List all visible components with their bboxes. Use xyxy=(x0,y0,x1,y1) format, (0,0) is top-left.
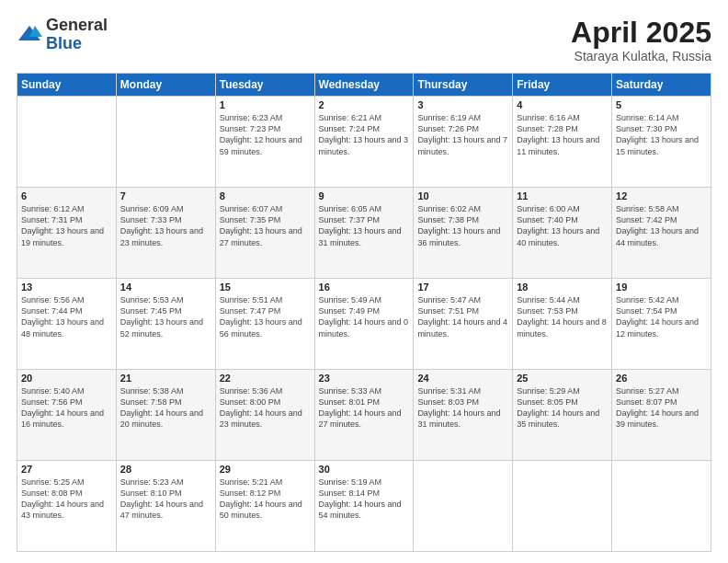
header-tuesday: Tuesday xyxy=(215,74,314,97)
week-row-3: 13Sunrise: 5:56 AM Sunset: 7:44 PM Dayli… xyxy=(17,279,711,370)
day-info: Sunrise: 5:56 AM Sunset: 7:44 PM Dayligh… xyxy=(21,294,112,339)
day-number: 18 xyxy=(517,282,608,293)
day-number: 14 xyxy=(120,282,211,293)
day-info: Sunrise: 5:42 AM Sunset: 7:54 PM Dayligh… xyxy=(616,294,707,339)
day-cell xyxy=(612,461,711,552)
day-info: Sunrise: 5:25 AM Sunset: 8:08 PM Dayligh… xyxy=(21,477,112,522)
calendar-header-row: SundayMondayTuesdayWednesdayThursdayFrid… xyxy=(17,74,711,97)
day-info: Sunrise: 5:27 AM Sunset: 8:07 PM Dayligh… xyxy=(616,385,707,431)
header-monday: Monday xyxy=(116,74,215,97)
day-cell: 8Sunrise: 6:07 AM Sunset: 7:35 PM Daylig… xyxy=(215,188,314,279)
day-info: Sunrise: 5:38 AM Sunset: 7:58 PM Dayligh… xyxy=(120,385,211,431)
day-cell xyxy=(116,97,215,188)
day-cell xyxy=(17,97,117,188)
day-cell: 2Sunrise: 6:21 AM Sunset: 7:24 PM Daylig… xyxy=(314,97,414,188)
day-cell: 6Sunrise: 6:12 AM Sunset: 7:31 PM Daylig… xyxy=(17,188,117,279)
title-block: April 2025 Staraya Kulatka, Russia xyxy=(571,17,711,63)
day-number: 15 xyxy=(220,282,311,293)
day-info: Sunrise: 6:19 AM Sunset: 7:26 PM Dayligh… xyxy=(417,112,508,157)
day-info: Sunrise: 5:58 AM Sunset: 7:42 PM Dayligh… xyxy=(616,203,707,248)
day-info: Sunrise: 5:49 AM Sunset: 7:49 PM Dayligh… xyxy=(319,294,410,339)
day-cell: 14Sunrise: 5:53 AM Sunset: 7:45 PM Dayli… xyxy=(116,279,215,370)
day-info: Sunrise: 5:23 AM Sunset: 8:10 PM Dayligh… xyxy=(120,477,211,522)
day-info: Sunrise: 6:09 AM Sunset: 7:33 PM Dayligh… xyxy=(120,203,211,248)
header-thursday: Thursday xyxy=(414,74,513,97)
title-location: Staraya Kulatka, Russia xyxy=(571,49,711,63)
header-saturday: Saturday xyxy=(612,74,711,97)
day-info: Sunrise: 5:44 AM Sunset: 7:53 PM Dayligh… xyxy=(517,294,608,339)
logo-icon xyxy=(17,22,42,48)
page: General Blue April 2025 Staraya Kulatka,… xyxy=(0,0,728,563)
day-info: Sunrise: 6:14 AM Sunset: 7:30 PM Dayligh… xyxy=(616,112,707,157)
logo-blue: Blue xyxy=(46,35,108,53)
day-cell: 26Sunrise: 5:27 AM Sunset: 8:07 PM Dayli… xyxy=(612,370,711,461)
day-number: 22 xyxy=(220,373,311,384)
day-number: 26 xyxy=(616,373,707,384)
day-cell: 12Sunrise: 5:58 AM Sunset: 7:42 PM Dayli… xyxy=(612,188,711,279)
day-cell: 24Sunrise: 5:31 AM Sunset: 8:03 PM Dayli… xyxy=(414,370,513,461)
day-number: 11 xyxy=(517,190,608,201)
week-row-1: 1Sunrise: 6:23 AM Sunset: 7:23 PM Daylig… xyxy=(17,97,711,188)
day-cell: 4Sunrise: 6:16 AM Sunset: 7:28 PM Daylig… xyxy=(513,97,612,188)
day-info: Sunrise: 5:51 AM Sunset: 7:47 PM Dayligh… xyxy=(220,294,311,339)
day-cell: 13Sunrise: 5:56 AM Sunset: 7:44 PM Dayli… xyxy=(17,279,117,370)
day-cell: 20Sunrise: 5:40 AM Sunset: 7:56 PM Dayli… xyxy=(17,370,117,461)
day-number: 5 xyxy=(616,99,707,110)
day-cell: 15Sunrise: 5:51 AM Sunset: 7:47 PM Dayli… xyxy=(215,279,314,370)
day-number: 6 xyxy=(21,190,112,201)
header-wednesday: Wednesday xyxy=(314,74,414,97)
day-number: 17 xyxy=(417,282,508,293)
day-info: Sunrise: 6:07 AM Sunset: 7:35 PM Dayligh… xyxy=(220,203,311,248)
day-info: Sunrise: 6:05 AM Sunset: 7:37 PM Dayligh… xyxy=(319,203,410,248)
day-cell: 17Sunrise: 5:47 AM Sunset: 7:51 PM Dayli… xyxy=(414,279,513,370)
day-number: 7 xyxy=(120,190,211,201)
day-number: 16 xyxy=(319,282,410,293)
day-number: 2 xyxy=(319,99,410,110)
day-info: Sunrise: 5:36 AM Sunset: 8:00 PM Dayligh… xyxy=(220,385,311,431)
day-cell: 3Sunrise: 6:19 AM Sunset: 7:26 PM Daylig… xyxy=(414,97,513,188)
day-cell: 1Sunrise: 6:23 AM Sunset: 7:23 PM Daylig… xyxy=(215,97,314,188)
day-number: 20 xyxy=(21,373,112,384)
day-number: 29 xyxy=(220,464,311,475)
day-info: Sunrise: 5:21 AM Sunset: 8:12 PM Dayligh… xyxy=(220,477,311,522)
day-cell xyxy=(414,461,513,552)
day-number: 23 xyxy=(319,373,410,384)
day-cell: 30Sunrise: 5:19 AM Sunset: 8:14 PM Dayli… xyxy=(314,461,414,552)
logo-text: General Blue xyxy=(46,17,108,53)
day-number: 28 xyxy=(120,464,211,475)
day-info: Sunrise: 6:21 AM Sunset: 7:24 PM Dayligh… xyxy=(319,112,410,157)
day-cell: 28Sunrise: 5:23 AM Sunset: 8:10 PM Dayli… xyxy=(116,461,215,552)
day-cell: 27Sunrise: 5:25 AM Sunset: 8:08 PM Dayli… xyxy=(17,461,117,552)
day-cell: 22Sunrise: 5:36 AM Sunset: 8:00 PM Dayli… xyxy=(215,370,314,461)
day-info: Sunrise: 6:02 AM Sunset: 7:38 PM Dayligh… xyxy=(417,203,508,248)
logo-general: General xyxy=(46,17,108,35)
day-cell: 10Sunrise: 6:02 AM Sunset: 7:38 PM Dayli… xyxy=(414,188,513,279)
day-cell: 21Sunrise: 5:38 AM Sunset: 7:58 PM Dayli… xyxy=(116,370,215,461)
title-month: April 2025 xyxy=(571,17,711,49)
day-number: 19 xyxy=(616,282,707,293)
day-number: 30 xyxy=(319,464,410,475)
day-cell: 29Sunrise: 5:21 AM Sunset: 8:12 PM Dayli… xyxy=(215,461,314,552)
day-cell: 11Sunrise: 6:00 AM Sunset: 7:40 PM Dayli… xyxy=(513,188,612,279)
day-number: 12 xyxy=(616,190,707,201)
day-number: 21 xyxy=(120,373,211,384)
day-cell: 19Sunrise: 5:42 AM Sunset: 7:54 PM Dayli… xyxy=(612,279,711,370)
day-cell: 7Sunrise: 6:09 AM Sunset: 7:33 PM Daylig… xyxy=(116,188,215,279)
day-number: 25 xyxy=(517,373,608,384)
day-number: 24 xyxy=(417,373,508,384)
day-info: Sunrise: 5:47 AM Sunset: 7:51 PM Dayligh… xyxy=(417,294,508,339)
header: General Blue April 2025 Staraya Kulatka,… xyxy=(17,17,711,63)
day-number: 3 xyxy=(417,99,508,110)
day-info: Sunrise: 5:19 AM Sunset: 8:14 PM Dayligh… xyxy=(319,477,410,522)
day-cell xyxy=(513,461,612,552)
calendar-table: SundayMondayTuesdayWednesdayThursdayFrid… xyxy=(17,73,711,552)
day-number: 13 xyxy=(21,282,112,293)
day-info: Sunrise: 5:33 AM Sunset: 8:01 PM Dayligh… xyxy=(319,385,410,431)
day-info: Sunrise: 6:00 AM Sunset: 7:40 PM Dayligh… xyxy=(517,203,608,248)
day-number: 9 xyxy=(319,190,410,201)
day-cell: 16Sunrise: 5:49 AM Sunset: 7:49 PM Dayli… xyxy=(314,279,414,370)
day-number: 10 xyxy=(417,190,508,201)
day-info: Sunrise: 5:40 AM Sunset: 7:56 PM Dayligh… xyxy=(21,385,112,431)
day-info: Sunrise: 6:23 AM Sunset: 7:23 PM Dayligh… xyxy=(220,112,311,157)
day-number: 8 xyxy=(220,190,311,201)
